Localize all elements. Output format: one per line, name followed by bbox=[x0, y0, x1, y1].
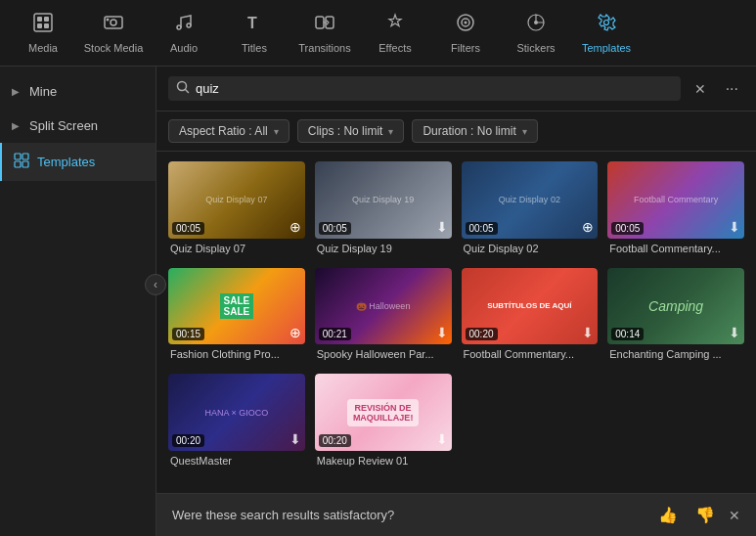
nav-item-audio[interactable]: Audio bbox=[149, 4, 219, 63]
duration-label: Duration : No limit bbox=[422, 124, 515, 138]
label-spooky-halloween: Spooky Halloween Par... bbox=[315, 344, 452, 364]
nav-label-filters: Filters bbox=[451, 42, 480, 54]
duration-chevron-icon: ▾ bbox=[522, 126, 527, 137]
aspect-ratio-label: Aspect Ratio : All bbox=[179, 124, 268, 138]
effects-icon bbox=[384, 12, 406, 38]
svg-point-16 bbox=[534, 21, 538, 24]
templates-grid: Quiz Display 07 00:05 ⊕ Quiz Display 07 … bbox=[168, 161, 744, 470]
collapse-sidebar-button[interactable]: ‹ bbox=[145, 274, 166, 295]
download-icon-football-2: ⬇ bbox=[582, 325, 594, 340]
template-item-quiz-display-02[interactable]: Quiz Display 02 00:05 ⊕ Quiz Display 02 bbox=[462, 161, 599, 258]
nav-label-effects: Effects bbox=[378, 42, 411, 54]
template-item-football-commentary-1[interactable]: Football Commentary 00:05 ⬇ Football Com… bbox=[607, 161, 744, 258]
template-item-football-commentary-2[interactable]: SUBTÍTULOS DE AQUÍ 00:20 ⬇ Football Comm… bbox=[462, 268, 599, 365]
nav-item-stock-media[interactable]: Stock Media bbox=[78, 4, 149, 63]
template-item-fashion-clothing[interactable]: SALESALE 00:15 ⊕ Fashion Clothing Pro... bbox=[168, 268, 305, 365]
feedback-close-button[interactable]: ✕ bbox=[729, 508, 740, 523]
svg-point-9 bbox=[187, 23, 191, 27]
thumbnail-questmaster: HANA × GIOCO 00:20 ⬇ bbox=[168, 374, 305, 451]
thumbnail-football-1: Football Commentary 00:05 ⬇ bbox=[607, 161, 744, 239]
nav-label-stock-media: Stock Media bbox=[84, 42, 144, 54]
duration-questmaster: 00:20 bbox=[172, 434, 204, 447]
svg-rect-21 bbox=[22, 161, 28, 167]
templates-sidebar-icon bbox=[14, 153, 29, 171]
sidebar-item-split-screen[interactable]: ▶ Split Screen bbox=[0, 109, 156, 143]
titles-icon: T bbox=[244, 12, 265, 38]
nav-item-effects[interactable]: Effects bbox=[360, 4, 430, 63]
feedback-bar: Were these search results satisfactory? … bbox=[156, 493, 756, 536]
duration-makeup: 00:20 bbox=[319, 434, 351, 447]
label-quiz-display-19: Quiz Display 19 bbox=[315, 239, 452, 258]
collapse-icon: ‹ bbox=[154, 278, 157, 291]
clips-chevron-icon: ▾ bbox=[388, 126, 393, 137]
thumbnail-quiz-display-02: Quiz Display 02 00:05 ⊕ bbox=[462, 161, 599, 239]
svg-rect-12 bbox=[326, 17, 334, 28]
clips-label: Clips : No limit bbox=[308, 124, 383, 138]
thumbup-button[interactable]: 👍 bbox=[654, 504, 682, 526]
nav-label-stickers: Stickers bbox=[516, 42, 555, 54]
duration-quiz-19: 00:05 bbox=[319, 222, 351, 235]
template-item-quiz-display-07[interactable]: Quiz Display 07 00:05 ⊕ Quiz Display 07 bbox=[168, 161, 305, 258]
svg-point-6 bbox=[111, 20, 116, 25]
download-icon-makeup: ⬇ bbox=[436, 431, 448, 447]
templates-grid-container: Quiz Display 07 00:05 ⊕ Quiz Display 07 … bbox=[156, 152, 756, 493]
nav-item-titles[interactable]: T Titles bbox=[219, 4, 289, 63]
nav-item-stickers[interactable]: Stickers bbox=[501, 4, 571, 63]
duration-quiz-07: 00:05 bbox=[172, 222, 204, 235]
duration-football-1: 00:05 bbox=[611, 222, 644, 235]
sidebar-item-mine[interactable]: ▶ Mine bbox=[0, 74, 156, 109]
nav-item-transitions[interactable]: Transitions bbox=[289, 4, 360, 63]
template-item-enchanting-camping[interactable]: Camping 00:14 ⬇ Enchanting Camping ... bbox=[607, 268, 744, 365]
thumbnail-makeup: REVISIÓN DEMAQUILLAJE! 00:20 ⬇ bbox=[315, 374, 452, 451]
aspect-ratio-filter[interactable]: Aspect Ratio : All ▾ bbox=[168, 119, 289, 143]
thumbnail-halloween: 🎃 Halloween 00:21 ⬇ bbox=[315, 268, 452, 345]
svg-rect-11 bbox=[316, 17, 324, 28]
search-clear-button[interactable]: ✕ bbox=[689, 79, 712, 99]
duration-quiz-02: 00:05 bbox=[466, 222, 498, 235]
svg-point-7 bbox=[107, 19, 110, 22]
label-quiz-display-02: Quiz Display 02 bbox=[462, 239, 599, 258]
svg-rect-18 bbox=[15, 154, 21, 159]
clips-filter[interactable]: Clips : No limit ▾ bbox=[297, 119, 405, 143]
top-nav: Media Stock Media Audio T Titles bbox=[0, 0, 756, 67]
thumbdown-button[interactable]: 👎 bbox=[691, 504, 719, 526]
template-item-quiz-display-19[interactable]: Quiz Display 19 00:05 ⬇ Quiz Display 19 bbox=[315, 161, 452, 258]
nav-item-filters[interactable]: Filters bbox=[430, 4, 501, 63]
svg-point-15 bbox=[465, 22, 467, 24]
duration-filter[interactable]: Duration : No limit ▾ bbox=[412, 119, 537, 143]
duration-fashion: 00:15 bbox=[172, 328, 204, 340]
filters-icon bbox=[455, 12, 476, 38]
thumbnail-camping: Camping 00:14 ⬇ bbox=[607, 268, 744, 345]
template-item-questmaster[interactable]: HANA × GIOCO 00:20 ⬇ QuestMaster bbox=[168, 374, 305, 470]
svg-rect-2 bbox=[44, 17, 49, 22]
search-icon bbox=[176, 80, 190, 97]
svg-rect-0 bbox=[34, 14, 52, 31]
download-icon-quiz-19: ⬇ bbox=[436, 219, 448, 235]
nav-item-templates[interactable]: Templates bbox=[571, 4, 642, 63]
svg-point-8 bbox=[177, 25, 181, 29]
sidebar-label-mine: Mine bbox=[29, 84, 57, 99]
feedback-text: Were these search results satisfactory? bbox=[172, 508, 645, 522]
aspect-ratio-chevron-icon: ▾ bbox=[274, 126, 279, 137]
svg-text:T: T bbox=[247, 15, 257, 31]
more-options-button[interactable]: ··· bbox=[720, 78, 744, 100]
thumbnail-quiz-display-19: Quiz Display 19 00:05 ⬇ bbox=[315, 161, 452, 239]
label-makeup-review: Makeup Review 01 bbox=[315, 451, 452, 470]
svg-rect-1 bbox=[37, 17, 42, 22]
sidebar: ▶ Mine ▶ Split Screen Templates bbox=[0, 67, 156, 536]
label-football-commentary-2: Football Commentary... bbox=[462, 344, 599, 364]
stock-media-icon bbox=[103, 12, 124, 38]
nav-item-media[interactable]: Media bbox=[8, 4, 78, 63]
thumbnail-football-2: SUBTÍTULOS DE AQUÍ 00:20 ⬇ bbox=[462, 268, 599, 345]
search-input[interactable] bbox=[196, 81, 673, 96]
template-item-spooky-halloween[interactable]: 🎃 Halloween 00:21 ⬇ Spooky Halloween Par… bbox=[315, 268, 452, 365]
duration-camping: 00:14 bbox=[611, 328, 644, 340]
thumbnail-quiz-display-07: Quiz Display 07 00:05 ⊕ bbox=[168, 161, 305, 239]
filters-row: Aspect Ratio : All ▾ Clips : No limit ▾ … bbox=[156, 112, 756, 152]
sidebar-item-templates[interactable]: Templates bbox=[0, 143, 156, 181]
nav-label-audio: Audio bbox=[170, 42, 198, 54]
template-item-makeup-review[interactable]: REVISIÓN DEMAQUILLAJE! 00:20 ⬇ Makeup Re… bbox=[315, 374, 452, 470]
download-icon-questmaster: ⬇ bbox=[289, 431, 301, 447]
nav-label-templates: Templates bbox=[582, 42, 631, 54]
duration-halloween: 00:21 bbox=[319, 328, 351, 340]
